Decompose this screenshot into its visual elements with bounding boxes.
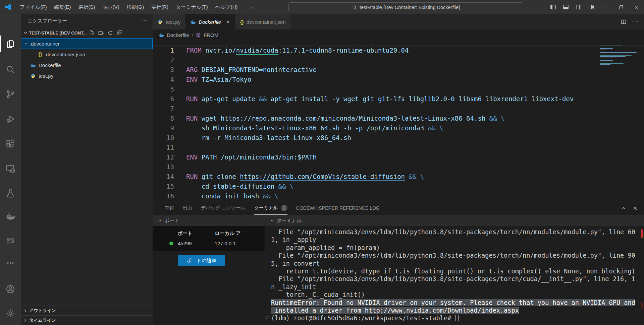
panel-tab-4[interactable]: CODEWHISPERER REFERENCE LOG [296,201,380,215]
menu-item-2[interactable]: 選択(S) [75,0,99,14]
code-line-10[interactable]: 10 rm -r Miniconda3-latest-Linux-x86_64.… [153,133,644,143]
menu-item-5[interactable]: 実行(R) [148,0,172,14]
minimize-button[interactable] [598,0,613,14]
menu-item-1[interactable]: 編集(E) [51,0,75,14]
json-icon: {} [39,52,42,57]
new-file-icon[interactable] [89,30,95,36]
activity-explorer[interactable] [0,34,21,54]
history-back-icon[interactable]: ← [251,3,257,11]
panel-tab-label: デバッグ コンソール [201,205,246,211]
menu-item-7[interactable]: ヘルプ(H) [212,0,241,14]
tree-item-label: devcontainer.json [46,52,85,57]
activity-more[interactable] [0,253,21,273]
ports-section-header[interactable]: ポート [153,215,265,226]
workspace-section-header[interactable]: TEST-STABLE [DEV CONT... [21,27,153,38]
code-line-14[interactable]: 14RUN git clone https://github.com/CompV… [153,172,644,182]
code-line-6[interactable]: 6RUN apt-get update && apt-get install -… [153,94,644,104]
code-line-13[interactable]: 13 [153,162,644,172]
breadcrumb[interactable]: Dockerfile › FROM [153,29,644,40]
line-number: 8 [153,114,174,123]
folder-chevron-icon[interactable] [23,41,30,46]
panel-tab-2[interactable]: デバッグ コンソール [201,201,246,215]
activity-extensions[interactable] [0,133,21,154]
line-number: 10 [153,133,174,143]
new-folder-icon[interactable] [98,30,104,36]
tab-devcontainer-json[interactable]: {}devcontainer.json [235,14,291,29]
tab-label: test.py [166,19,180,25]
vscode-logo-icon [4,3,12,11]
activity-remote-explorer[interactable] [0,158,21,179]
port-row[interactable]: 45299127.0.0.1: [153,238,265,248]
tab-Dockerfile[interactable]: Dockerfile [185,14,235,29]
menu-item-6[interactable]: ターミナル(T) [172,0,212,14]
activity-docker[interactable] [0,206,21,226]
command-center-search[interactable]: test-stable [Dev Container: Existing Doc… [288,2,523,12]
panel-maximize-icon[interactable] [621,205,626,211]
code-editor[interactable]: 1FROM nvcr.io/nvidia/cuda:11.7.1-cudnn8-… [153,40,644,201]
editor-more-actions-icon[interactable]: ··· [632,18,639,25]
explorer-more-actions-icon[interactable]: ··· [141,17,148,24]
panel-tab-3[interactable]: ターミナル1 [254,201,287,215]
terminal-pane[interactable]: ターミナル File "/opt/miniconda3/envs/ldm/lib… [265,215,644,325]
code-line-1[interactable]: 1FROM nvcr.io/nvidia/cuda:11.7.1-cudnn8-… [153,46,644,55]
terminal-count-badge: 1 [281,205,287,211]
tree-item-devcontainer-json[interactable]: {}devcontainer.json [21,49,153,60]
code-line-16[interactable]: 16 conda init bash && \ [153,191,644,201]
code-line-3[interactable]: 3ARG DEBIAN_FRONTEND=noninteractive [153,65,644,75]
panel-tab-1[interactable]: 出力 [183,201,192,215]
activity-account[interactable] [0,279,21,300]
code-line-7[interactable]: 7 [153,104,644,114]
split-editor-icon[interactable] [621,19,627,25]
refresh-icon[interactable] [107,30,113,36]
history-forward-icon[interactable]: → [262,3,268,11]
terminal-output[interactable]: File "/opt/miniconda3/envs/ldm/lib/pytho… [265,226,644,322]
section-0[interactable]: アウトライン [21,306,153,315]
panel-tab-0[interactable]: 問題 [165,201,174,215]
port-local-address[interactable]: 127.0.0.1: [215,241,237,246]
section-1[interactable]: タイムライン [21,315,153,325]
terminal-section-header[interactable]: ターミナル [265,215,644,226]
add-port-button[interactable]: ポートの追加 [178,255,225,266]
menu-item-3[interactable]: 表示(V) [99,0,123,14]
breadcrumb-file[interactable]: Dockerfile [167,32,189,38]
close-window-button[interactable] [629,0,644,14]
menu-item-0[interactable]: ファイル(F) [16,0,51,14]
code-line-8[interactable]: 8RUN wget https://repo.anaconda.com/mini… [153,114,644,123]
toggle-panel-icon[interactable] [559,0,572,14]
activity-search[interactable] [0,59,21,80]
terminal-line: File "/opt/miniconda3/envs/ldm/lib/pytho… [271,275,644,283]
activity-source-control[interactable] [0,84,21,105]
tree-item-test-py[interactable]: test.py [21,70,153,81]
tab-test-py[interactable]: test.py [153,14,185,29]
command-decoration-icon[interactable] [266,316,269,319]
restore-button[interactable] [613,0,629,14]
breadcrumb-symbol[interactable]: FROM [204,32,218,38]
toggle-sidebar-icon[interactable] [547,0,559,14]
minimap[interactable] [600,45,639,67]
ports-col-port: ポート [153,230,215,237]
code-line-11[interactable]: 11 [153,143,644,152]
code-line-15[interactable]: 15 cd stable-diffusion && \ [153,182,644,191]
section-label: タイムライン [29,317,56,323]
code-line-2[interactable]: 2 [153,55,644,65]
customize-layout-icon[interactable] [585,0,598,14]
tree-item--devcontainer[interactable]: .devcontainer [21,38,153,49]
code-line-5[interactable]: 5 [153,84,644,94]
docker-file-icon [159,32,164,38]
panel-close-icon[interactable] [632,205,638,211]
toggle-secondary-sidebar-icon[interactable] [572,0,585,14]
activity-settings[interactable] [0,303,21,324]
activity-aws[interactable]: aws [0,230,21,251]
activity-testing[interactable] [0,183,21,204]
activity-run-debug[interactable] [0,109,21,129]
panel-tab-label: CODEWHISPERER REFERENCE LOG [296,205,380,211]
menu-item-4[interactable]: 移動(G) [123,0,148,14]
code-line-4[interactable]: 4ENV TZ=Asia/Tokyo [153,75,644,84]
tab-close-icon[interactable] [226,19,230,24]
collapse-all-icon[interactable] [117,30,123,36]
editor-tab-bar: test.pyDockerfile{}devcontainer.json··· [153,14,644,29]
code-line-9[interactable]: 9 sh Miniconda3-latest-Linux-x86_64.sh -… [153,123,644,133]
scrollbar-error-marker [641,230,643,238]
tree-item-Dockerfile[interactable]: Dockerfile [21,60,153,70]
code-line-12[interactable]: 12ENV PATH /opt/miniconda3/bin:$PATH [153,152,644,162]
